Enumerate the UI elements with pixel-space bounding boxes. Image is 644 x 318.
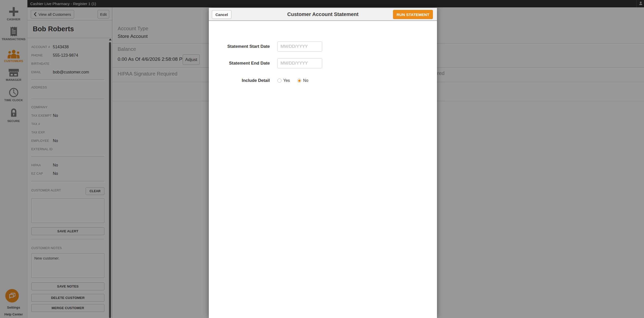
radio-circle-icon (277, 79, 281, 83)
include-detail-label: Include Detail (209, 78, 270, 83)
radio-label: No (303, 78, 308, 83)
modal-header: Customer Account Statement Cancel RUN ST… (209, 8, 437, 21)
start-date-input[interactable] (277, 41, 322, 52)
end-date-input[interactable] (277, 58, 322, 68)
radio-circle-icon (297, 79, 301, 83)
start-date-label: Statement Start Date (209, 41, 270, 52)
run-statement-button[interactable]: RUN STATEMENT (393, 10, 433, 19)
cancel-button[interactable]: Cancel (212, 10, 231, 19)
include-detail-yes-radio[interactable]: Yes (277, 78, 290, 83)
include-detail-no-radio[interactable]: No (297, 78, 308, 83)
end-date-label: Statement End Date (209, 58, 270, 68)
app-window: Cashier Live Pharmacy - Register 1 (1) ▾… (0, 0, 644, 318)
include-detail-radio-group: Yes No (277, 78, 308, 83)
radio-label: Yes (283, 78, 290, 83)
customer-account-statement-modal: Customer Account Statement Cancel RUN ST… (209, 8, 437, 318)
